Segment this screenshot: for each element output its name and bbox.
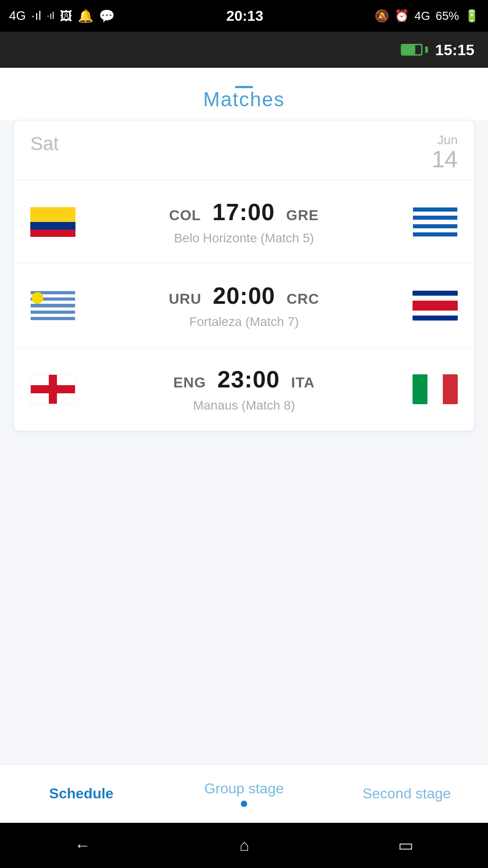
android-bar: ← ⌂ ▭ [0, 823, 488, 868]
mute-icon: 🔕 [375, 9, 389, 23]
team-right-code-3: ITA [291, 374, 314, 391]
alarm-icon: ⏰ [394, 9, 409, 23]
nav-item-group-stage[interactable]: Group stage [163, 771, 325, 816]
status-bar-left: 4G ·ıl ·ıl 🖼 🔔 💬 [9, 9, 115, 24]
nav-label-second-stage: Second stage [362, 785, 451, 802]
nav-label-schedule: Schedule [49, 785, 113, 802]
gre-s6 [413, 228, 457, 232]
ita-white [427, 374, 442, 404]
home-button[interactable]: ⌂ [239, 836, 249, 855]
gre-s4 [413, 220, 457, 224]
gre-s1 [413, 208, 457, 212]
ita-green [413, 374, 427, 404]
match-venue-1: Belo Horizonte (Match 5) [84, 231, 404, 245]
date-month-num: Jun 14 [432, 133, 458, 171]
match-time-line-2: URU 20:00 CRC [84, 282, 404, 309]
content-scroll: Sat Jun 14 COL 17 [0, 120, 488, 816]
flag-left-1 [30, 206, 75, 238]
flag-stripe-1 [30, 207, 75, 222]
recent-button[interactable]: ▭ [398, 836, 413, 855]
flag-right-2 [413, 290, 458, 321]
match-row-1[interactable]: COL 17:00 GRE Belo Horizonte (Match 5) [14, 180, 474, 264]
uru-s6 [31, 307, 75, 311]
battery-fill [402, 45, 415, 54]
match-time-line-3: ENG 23:00 ITA [84, 366, 404, 393]
team-right-code-2: CRC [286, 291, 319, 307]
status-bar-right: 🔕 ⏰ 4G 65% 🔋 [375, 9, 479, 23]
nav-label-group-stage: Group stage [204, 780, 284, 797]
crc-s5 [413, 316, 458, 321]
battery-icon-full [401, 44, 428, 56]
match-row-3[interactable]: ENG 23:00 ITA Manaus (Match 8) [14, 348, 474, 431]
uru-s5 [31, 304, 75, 307]
back-button[interactable]: ← [75, 836, 91, 855]
team-left-code-2: URU [169, 291, 201, 307]
flag-left-3 [30, 373, 75, 405]
page-title-container: Matches [0, 68, 488, 120]
uru-sun [32, 292, 43, 304]
team-right-code-1: GRE [286, 207, 319, 223]
battery-time-container: 15:15 [401, 41, 474, 59]
flag-stripe-3 [30, 230, 75, 237]
uru-s9 [31, 317, 75, 320]
match-center-2: URU 20:00 CRC Fortaleza (Match 7) [75, 282, 413, 329]
italy-flag [413, 374, 458, 404]
bottom-nav: Schedule Group stage Second stage [0, 764, 488, 823]
flag-stripe-2 [30, 222, 75, 230]
match-row-2[interactable]: URU 20:00 CRC Fortaleza (Match 7) [14, 264, 474, 348]
england-flag [30, 374, 75, 404]
uru-s8 [31, 314, 75, 317]
match-center-3: ENG 23:00 ITA Manaus (Match 8) [75, 366, 413, 413]
ita-red [443, 374, 458, 404]
crc-s2 [413, 296, 458, 301]
colombia-flag [30, 207, 75, 237]
nav-active-dot [241, 801, 247, 807]
signal-bars2: ·ıl [47, 10, 54, 22]
photo-icon: 🖼 [60, 9, 72, 24]
page-title: Matches [0, 88, 488, 111]
status-bar: 4G ·ıl ·ıl 🖼 🔔 💬 20:13 🔕 ⏰ 4G 65% 🔋 [0, 0, 488, 32]
status-time: 20:13 [226, 8, 263, 24]
gre-s5 [413, 224, 457, 228]
crc-s4 [413, 311, 458, 316]
costa-rica-flag [413, 291, 458, 321]
battery-icon: 🔋 [465, 9, 479, 23]
signal-bars: ·ıl [31, 9, 41, 23]
network-indicator: 4G [9, 9, 26, 23]
eng-cross-v [49, 375, 57, 404]
match-venue-3: Manaus (Match 8) [84, 398, 404, 413]
nav-item-schedule[interactable]: Schedule [0, 776, 163, 811]
main-content: Sat Jun 14 COL 17 [0, 120, 488, 816]
match-time-line-1: COL 17:00 GRE [84, 198, 404, 226]
battery-percent: 65% [436, 9, 459, 23]
battery-tip [425, 47, 428, 53]
match-time-3: 23:00 [217, 366, 280, 392]
match-time-1: 17:00 [212, 199, 275, 225]
flag-left-2 [30, 290, 75, 321]
date-day: Sat [30, 133, 59, 155]
secondary-status-bar: 15:15 [0, 32, 488, 68]
matches-card: Sat Jun 14 COL 17 [14, 120, 474, 431]
team-left-code-3: ENG [174, 374, 206, 391]
greece-flag [413, 207, 458, 237]
flag-right-3 [413, 373, 458, 405]
crc-s3 [413, 301, 458, 311]
gre-s7 [413, 232, 457, 236]
date-number: 14 [432, 147, 458, 171]
uru-s7 [31, 311, 75, 314]
date-header: Sat Jun 14 [14, 120, 474, 180]
crc-s1 [413, 291, 458, 296]
notification-icon: 🔔 [78, 9, 94, 24]
nav-item-second-stage[interactable]: Second stage [325, 776, 488, 811]
battery-clock-time: 15:15 [435, 41, 474, 59]
network-type: 4G [414, 9, 430, 23]
match-center-1: COL 17:00 GRE Belo Horizonte (Match 5) [75, 198, 413, 245]
flag-right-1 [413, 206, 458, 238]
wechat-icon: 💬 [99, 9, 115, 24]
uruguay-flag [30, 291, 75, 321]
match-venue-2: Fortaleza (Match 7) [84, 315, 404, 329]
gre-s3 [413, 216, 457, 220]
battery-body [401, 44, 422, 56]
team-left-code-1: COL [169, 207, 201, 223]
date-month: Jun [432, 133, 458, 147]
